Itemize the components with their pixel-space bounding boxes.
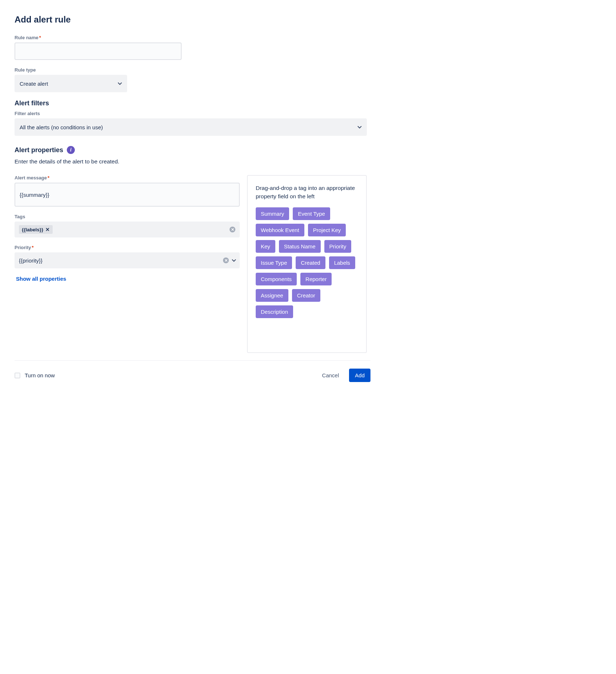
drag-tag[interactable]: Labels <box>329 256 355 269</box>
properties-left-column: Alert message* Tags {{labels}} ✕ ✕ <box>15 175 240 284</box>
alert-filters-heading: Alert filters <box>15 100 367 107</box>
drag-tag[interactable]: Key <box>256 240 275 253</box>
alert-message-label: Alert message* <box>15 175 240 180</box>
required-asterisk: * <box>39 35 41 40</box>
tag-chip-text: {{labels}} <box>22 227 43 232</box>
info-icon[interactable]: i <box>67 146 75 154</box>
rule-name-label: Rule name* <box>15 35 367 40</box>
drag-panel-description: Drag-and-drop a tag into an appropriate … <box>256 184 358 201</box>
drag-tag[interactable]: Project Key <box>308 224 346 236</box>
add-button[interactable]: Add <box>349 369 370 382</box>
alert-properties-heading: Alert properties i <box>15 146 367 154</box>
priority-select[interactable]: {{priority}} ✕ <box>15 252 240 268</box>
tag-cloud: SummaryEvent TypeWebhook EventProject Ke… <box>256 207 358 318</box>
turn-on-now-wrap[interactable]: Turn on now <box>15 372 55 378</box>
tags-input[interactable]: {{labels}} ✕ ✕ <box>15 222 240 237</box>
alert-properties-desc: Enter the details of the alert to be cre… <box>15 158 367 165</box>
drag-tags-panel: Drag-and-drop a tag into an appropriate … <box>247 175 367 353</box>
close-icon[interactable]: ✕ <box>45 227 50 232</box>
required-asterisk: * <box>48 175 49 180</box>
turn-on-now-label: Turn on now <box>25 372 55 378</box>
alert-properties-heading-text: Alert properties <box>15 146 63 154</box>
required-asterisk: * <box>32 245 34 250</box>
footer-actions: Cancel Add <box>322 369 370 382</box>
filter-alerts-select[interactable]: All the alerts (no conditions in use) <box>15 118 367 136</box>
priority-label-text: Priority <box>15 245 31 250</box>
filter-alerts-selected: All the alerts (no conditions in use) <box>20 124 103 130</box>
show-all-properties-link[interactable]: Show all properties <box>15 273 68 284</box>
drag-tag[interactable]: Summary <box>256 207 289 220</box>
priority-label: Priority* <box>15 245 240 250</box>
clear-icon[interactable]: ✕ <box>230 227 235 232</box>
turn-on-now-checkbox[interactable] <box>15 373 20 378</box>
alert-message-field-group: Alert message* <box>15 175 240 207</box>
rule-type-selected: Create alert <box>20 81 48 87</box>
filter-alerts-label: Filter alerts <box>15 111 367 116</box>
drag-tag[interactable]: Assignee <box>256 289 288 302</box>
drag-tag[interactable]: Components <box>256 273 297 285</box>
drag-tag[interactable]: Webhook Event <box>256 224 304 236</box>
alert-message-input[interactable] <box>15 183 240 207</box>
tags-label: Tags <box>15 214 240 219</box>
rule-type-select[interactable]: Create alert <box>15 75 127 92</box>
drag-tag[interactable]: Creator <box>292 289 320 302</box>
chevron-down-icon <box>232 258 236 263</box>
cancel-button[interactable]: Cancel <box>322 372 339 378</box>
tag-chip-labels[interactable]: {{labels}} ✕ <box>19 225 53 234</box>
drag-tag[interactable]: Issue Type <box>256 256 292 269</box>
drag-tag[interactable]: Description <box>256 305 293 318</box>
drag-tag[interactable]: Priority <box>324 240 352 253</box>
rule-name-label-text: Rule name <box>15 35 38 40</box>
rule-type-field-group: Rule type Create alert <box>15 67 367 92</box>
rule-name-input[interactable] <box>15 42 182 60</box>
drag-tag[interactable]: Status Name <box>279 240 321 253</box>
drag-tag[interactable]: Event Type <box>293 207 330 220</box>
rule-name-field-group: Rule name* <box>15 35 367 60</box>
chevron-down-icon <box>118 81 122 86</box>
tags-field-group: Tags {{labels}} ✕ ✕ <box>15 214 240 237</box>
drag-tag[interactable]: Created <box>296 256 325 269</box>
alert-properties-section: Alert properties i Enter the details of … <box>15 146 367 353</box>
alert-message-label-text: Alert message <box>15 175 47 180</box>
footer-bar: Turn on now Cancel Add <box>15 360 370 393</box>
rule-type-label: Rule type <box>15 67 367 73</box>
clear-icon[interactable]: ✕ <box>223 257 229 263</box>
alert-filters-section: Alert filters Filter alerts All the aler… <box>15 100 367 136</box>
chevron-down-icon <box>357 125 362 129</box>
drag-tag[interactable]: Reporter <box>300 273 332 285</box>
priority-field-group: Priority* {{priority}} ✕ <box>15 245 240 268</box>
page-title: Add alert rule <box>15 15 367 25</box>
priority-value: {{priority}} <box>19 257 42 264</box>
